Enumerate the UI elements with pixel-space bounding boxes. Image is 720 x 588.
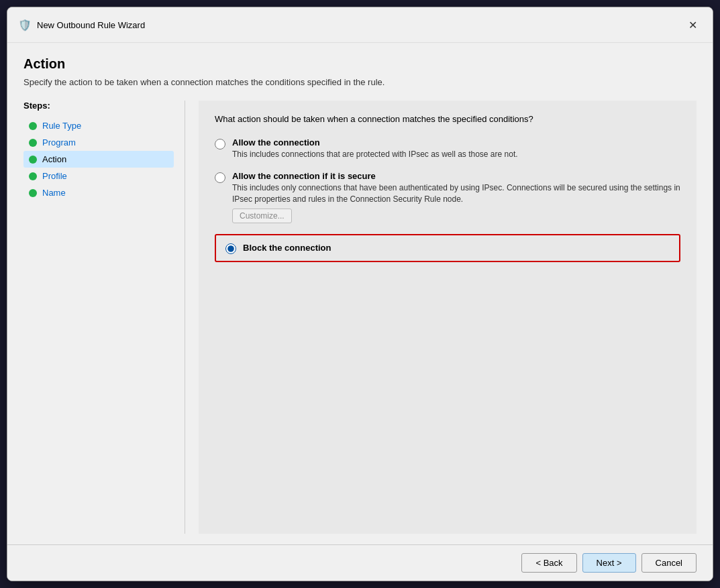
step-label-program: Program bbox=[42, 137, 76, 148]
window-icon: 🛡️ bbox=[18, 18, 32, 32]
sidebar-item-name[interactable]: Name bbox=[23, 184, 174, 201]
option-allow-secure: Allow the connection if it is secure Thi… bbox=[215, 171, 680, 224]
content-area: Action Specify the action to be taken wh… bbox=[7, 43, 713, 544]
option-allow-secure-label: Allow the connection if it is secure bbox=[232, 171, 680, 181]
panel-divider bbox=[185, 101, 185, 534]
radio-allow-secure[interactable] bbox=[215, 172, 225, 183]
next-button[interactable]: Next > bbox=[582, 553, 636, 573]
radio-block[interactable] bbox=[225, 243, 236, 254]
step-dot-rule-type bbox=[29, 122, 37, 130]
page-description: Specify the action to be taken when a co… bbox=[23, 77, 697, 87]
step-dot-name bbox=[29, 189, 37, 197]
question-text: What action should be taken when a conne… bbox=[215, 114, 680, 124]
window-title: New Outbound Rule Wizard bbox=[37, 20, 145, 30]
sidebar-item-profile[interactable]: Profile bbox=[23, 168, 174, 184]
title-bar: 🛡️ New Outbound Rule Wizard ✕ bbox=[7, 7, 713, 43]
option-allow-desc: This includes connections that are prote… bbox=[232, 149, 518, 160]
options-panel: What action should be taken when a conne… bbox=[199, 101, 697, 534]
step-label-rule-type: Rule Type bbox=[42, 121, 81, 131]
steps-panel: Steps: Rule Type Program Action Profile bbox=[23, 101, 185, 534]
step-label-profile: Profile bbox=[42, 171, 67, 181]
main-body: Steps: Rule Type Program Action Profile bbox=[23, 101, 697, 534]
step-label-action: Action bbox=[42, 154, 66, 164]
sidebar-item-rule-type[interactable]: Rule Type bbox=[23, 117, 174, 134]
option-allow-label: Allow the connection bbox=[232, 137, 518, 148]
back-button[interactable]: < Back bbox=[521, 553, 576, 573]
sidebar-item-action[interactable]: Action bbox=[23, 151, 174, 168]
option-block-wrapper: Block the connection bbox=[215, 234, 680, 262]
title-bar-left: 🛡️ New Outbound Rule Wizard bbox=[18, 18, 145, 32]
step-dot-profile bbox=[29, 172, 37, 180]
cancel-button[interactable]: Cancel bbox=[641, 553, 697, 573]
option-allow-secure-content: Allow the connection if it is secure Thi… bbox=[232, 171, 680, 224]
footer: < Back Next > Cancel bbox=[7, 544, 713, 581]
customize-button[interactable]: Customize... bbox=[232, 209, 292, 223]
step-dot-action bbox=[29, 156, 37, 164]
option-allow-content: Allow the connection This includes conne… bbox=[232, 137, 518, 160]
steps-label: Steps: bbox=[23, 101, 174, 111]
step-dot-program bbox=[29, 139, 37, 147]
page-title: Action bbox=[23, 56, 697, 72]
option-allow: Allow the connection This includes conne… bbox=[215, 137, 680, 160]
close-button[interactable]: ✕ bbox=[683, 15, 702, 34]
option-allow-secure-desc: This includes only connections that have… bbox=[232, 182, 680, 205]
step-label-name: Name bbox=[42, 188, 66, 198]
option-block-label: Block the connection bbox=[243, 243, 331, 253]
sidebar-item-program[interactable]: Program bbox=[23, 134, 174, 151]
radio-allow[interactable] bbox=[215, 139, 225, 150]
dialog-window: 🛡️ New Outbound Rule Wizard ✕ Action Spe… bbox=[7, 7, 713, 581]
